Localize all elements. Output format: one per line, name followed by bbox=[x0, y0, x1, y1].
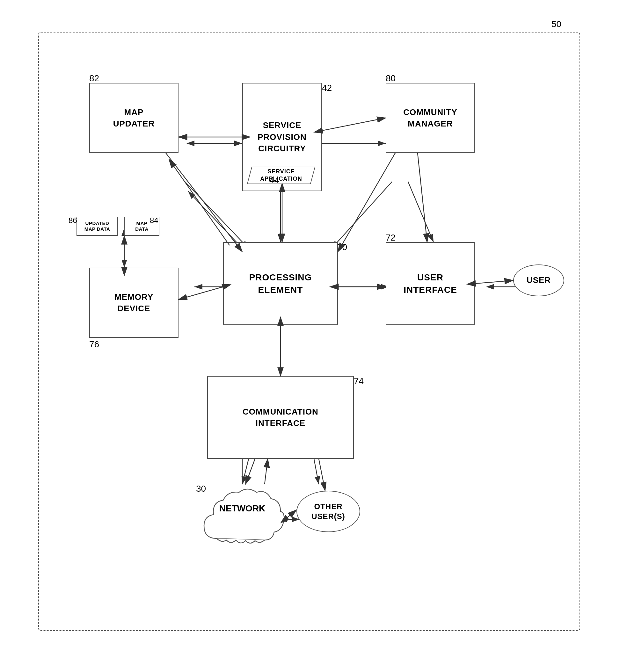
ref-label-70: 70 bbox=[337, 242, 347, 253]
ref-label-82: 82 bbox=[89, 73, 99, 83]
communication-interface-block: COMMUNICATIONINTERFACE bbox=[207, 376, 354, 459]
network-cloud: NETWORK bbox=[198, 484, 287, 554]
ref-label-44: 44 bbox=[269, 175, 279, 186]
diagram-container: 50 bbox=[25, 19, 599, 650]
updated-map-data-label: UPDATEDMAP DATA bbox=[85, 220, 110, 232]
ref-label-86: 86 bbox=[69, 216, 77, 225]
service-application-block: SERVICE APPLICATION bbox=[247, 167, 316, 184]
other-users-oval: OTHERUSER(S) bbox=[297, 491, 360, 532]
service-application-label: SERVICE APPLICATION bbox=[250, 168, 312, 183]
memory-device-block: MEMORYDEVICE bbox=[89, 268, 179, 338]
ref-label-42: 42 bbox=[322, 83, 332, 93]
network-label: NETWORK bbox=[210, 503, 274, 514]
service-provision-label: SERVICEPROVISIONCIRCUITRY bbox=[258, 119, 306, 154]
processing-element-label: PROCESSINGELEMENT bbox=[249, 271, 312, 296]
ref-label-74: 74 bbox=[354, 376, 364, 386]
other-users-label: OTHERUSER(S) bbox=[311, 502, 345, 521]
communication-interface-label: COMMUNICATIONINTERFACE bbox=[242, 406, 319, 429]
user-oval: USER bbox=[513, 264, 564, 296]
user-interface-block: USERINTERFACE bbox=[386, 242, 475, 325]
community-manager-label: COMMUNITYMANAGER bbox=[403, 106, 457, 130]
service-provision-block: SERVICEPROVISIONCIRCUITRY SERVICE APPLIC… bbox=[242, 83, 322, 191]
map-updater-block: MAPUPDATER bbox=[89, 83, 179, 153]
user-label: USER bbox=[527, 275, 551, 286]
ref-label-50: 50 bbox=[552, 19, 561, 29]
ref-label-72: 72 bbox=[386, 233, 396, 243]
map-updater-label: MAPUPDATER bbox=[113, 106, 155, 130]
user-interface-label: USERINTERFACE bbox=[403, 271, 457, 296]
ref-label-84: 84 bbox=[150, 216, 158, 225]
ref-label-76: 76 bbox=[89, 339, 99, 350]
ref-label-30: 30 bbox=[196, 484, 206, 494]
processing-element-block: PROCESSINGELEMENT bbox=[223, 242, 338, 325]
community-manager-block: COMMUNITYMANAGER bbox=[386, 83, 475, 153]
ref-label-80: 80 bbox=[386, 73, 396, 83]
memory-device-label: MEMORYDEVICE bbox=[114, 291, 153, 314]
map-data-label: MAPDATA bbox=[135, 220, 148, 232]
updated-map-data-tag: UPDATEDMAP DATA bbox=[76, 217, 118, 236]
